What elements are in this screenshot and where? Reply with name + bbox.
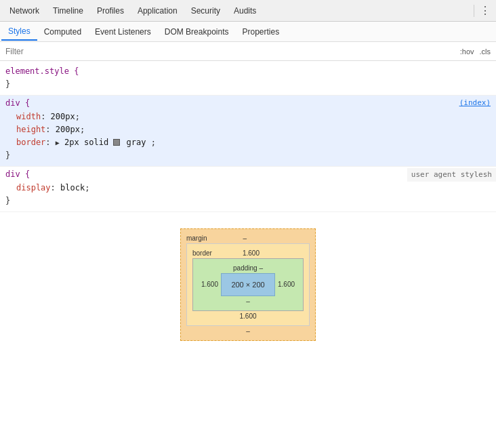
box-margin: margin – border 1.600 padding – <box>180 228 316 341</box>
rule-close-brace-3: } <box>5 196 10 205</box>
rule-prop-display: display: block; <box>5 183 89 192</box>
prop-name-display: display <box>16 183 51 192</box>
filter-hov-button[interactable]: :hov <box>460 47 474 56</box>
rule-selector-element-style: element.style { <box>5 66 79 76</box>
rule-prop-border: border: ▶ 2px solid gray ; <box>5 138 156 147</box>
sub-tab-styles[interactable]: Styles <box>1 23 37 41</box>
box-padding: padding – 1.600 200 × 200 1.600 – <box>192 258 304 311</box>
box-left-value: 1.600 <box>199 281 221 288</box>
nav-tab-audits[interactable]: Audits <box>227 2 263 20</box>
css-rules: element.style { } (index) div { width: 2… <box>0 61 496 215</box>
nav-tab-profiles[interactable]: Profiles <box>90 2 131 20</box>
border-color-swatch[interactable] <box>113 139 120 146</box>
prop-name-height: height <box>16 125 45 134</box>
prop-value-border-color: gray <box>127 138 146 147</box>
nav-tab-application[interactable]: Application <box>131 2 184 20</box>
border-value-top: 1.600 <box>243 249 260 257</box>
rule-prop-width: width: 200px; <box>5 112 80 121</box>
prop-name-width: width <box>16 112 41 121</box>
sub-tab-event-listeners[interactable]: Event Listeners <box>88 24 158 40</box>
css-rule-div-1: (index) div { width: 200px; height: 200p… <box>0 96 496 167</box>
nav-tab-timeline[interactable]: Timeline <box>46 2 90 20</box>
sub-tab-dom-breakpoints[interactable]: DOM Breakpoints <box>158 24 236 40</box>
filter-input[interactable] <box>5 47 460 56</box>
content-size: 200 × 200 <box>231 281 264 289</box>
box-border: border 1.600 padding – 1.600 <box>186 243 310 326</box>
nav-tab-network[interactable]: Network <box>3 2 46 20</box>
nav-divider <box>474 5 474 17</box>
prop-value-height: 200px <box>56 125 80 134</box>
styles-content: element.style { } (index) div { width: 2… <box>0 61 496 448</box>
sub-tab-computed[interactable]: Computed <box>37 24 88 40</box>
nav-more-icon[interactable]: ⋮ <box>477 3 493 19</box>
margin-label: margin <box>186 235 207 242</box>
sub-tab-properties[interactable]: Properties <box>235 24 286 40</box>
rule-prop-height: height: 200px; <box>5 125 85 134</box>
border-expand-arrow[interactable]: ▶ <box>56 139 60 146</box>
rule-selector-div-2: div { <box>5 169 30 179</box>
css-rule-div-2: user agent stylesh div { display: block;… <box>0 167 496 212</box>
nav-tab-security[interactable]: Security <box>184 2 227 20</box>
box-model-diagram: margin – border 1.600 padding – <box>0 215 496 368</box>
css-rule-element-style: element.style { } <box>0 64 496 96</box>
padding-label: padding – <box>233 264 263 272</box>
padding-bottom-dash: – <box>246 298 250 305</box>
rule-source-useragent: user agent stylesh <box>407 168 496 182</box>
rule-close-brace-2: } <box>5 150 10 160</box>
rule-close-brace-1: } <box>5 79 10 89</box>
prop-value-width: 200px <box>51 112 75 121</box>
box-right-value: 1.600 <box>275 281 297 288</box>
prop-value-border: 2px solid <box>64 138 113 147</box>
margin-bottom-dash: – <box>246 327 250 335</box>
prop-name-border: border <box>16 138 45 147</box>
margin-dash-top: – <box>243 235 247 242</box>
filter-cls-button[interactable]: .cls <box>480 47 491 56</box>
rule-selector-div-1: div { <box>5 98 30 108</box>
sub-nav: Styles Computed Event Listeners DOM Brea… <box>0 22 496 42</box>
box-content: 200 × 200 <box>221 273 275 296</box>
border-label: border <box>192 249 212 257</box>
top-nav: Network Timeline Profiles Application Se… <box>0 0 496 22</box>
rule-source-index[interactable]: (index) <box>459 97 491 109</box>
filter-bar: :hov .cls <box>0 42 496 61</box>
border-value-bottom: 1.600 <box>239 312 256 320</box>
prop-value-display: block <box>60 183 85 192</box>
